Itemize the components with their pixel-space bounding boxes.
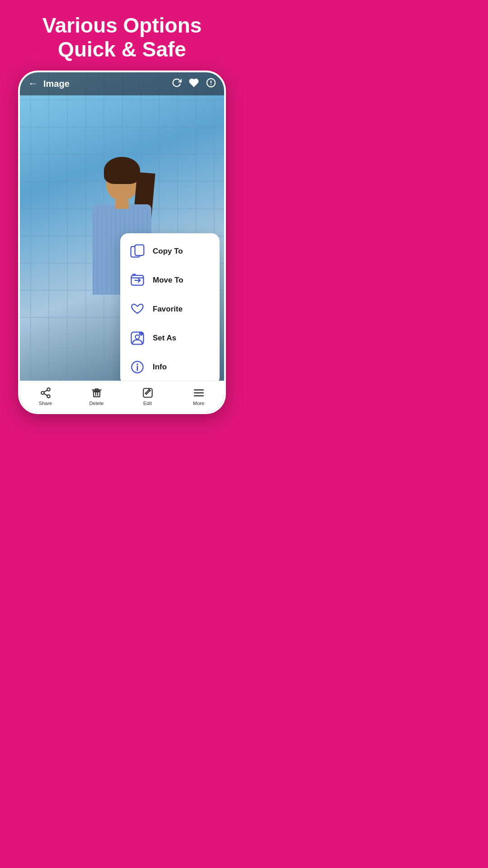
menu-item-move-to[interactable]: Move To: [120, 266, 220, 295]
svg-text:!: !: [140, 332, 141, 335]
menu-item-favorite[interactable]: Favorite: [120, 295, 220, 324]
alert-icon[interactable]: [206, 78, 216, 90]
menu-item-copy-to[interactable]: Copy To: [120, 237, 220, 266]
top-bar: ← Image: [20, 72, 224, 95]
svg-rect-4: [135, 245, 144, 255]
info-label: Info: [153, 363, 167, 372]
rotate-icon[interactable]: [172, 78, 182, 90]
bottom-nav: Share Delete: [20, 381, 224, 412]
phone-frame: ← Image: [18, 71, 226, 414]
svg-point-7: [136, 335, 140, 339]
move-to-label: Move To: [153, 276, 183, 285]
edit-nav-label: Edit: [143, 401, 152, 406]
hero-title: Various Options Quick & Safe: [0, 0, 244, 71]
neck: [115, 200, 129, 209]
nav-item-edit[interactable]: Edit: [122, 387, 173, 406]
nav-item-delete[interactable]: Delete: [71, 387, 122, 406]
back-button[interactable]: ←: [28, 78, 38, 90]
share-nav-label: Share: [39, 401, 52, 406]
more-nav-label: More: [193, 401, 204, 406]
svg-line-16: [44, 394, 47, 396]
top-bar-title: Image: [43, 79, 166, 89]
hair: [104, 157, 140, 184]
phone-wrapper: ← Image: [0, 71, 244, 414]
favorite-label: Favorite: [153, 305, 183, 314]
nav-item-share[interactable]: Share: [20, 387, 71, 406]
svg-rect-18: [94, 391, 99, 392]
top-bar-icons: [172, 78, 216, 90]
svg-line-17: [44, 390, 47, 392]
nav-item-more[interactable]: More: [173, 387, 224, 406]
delete-nav-label: Delete: [89, 401, 104, 406]
heart-icon[interactable]: [189, 78, 199, 90]
dropdown-menu: Copy To Move To Favorite: [120, 233, 220, 385]
menu-item-set-as[interactable]: ! Set As: [120, 324, 220, 353]
copy-to-label: Copy To: [153, 247, 183, 256]
set-as-label: Set As: [153, 334, 176, 343]
svg-point-12: [136, 363, 138, 365]
menu-item-info[interactable]: Info: [120, 353, 220, 382]
